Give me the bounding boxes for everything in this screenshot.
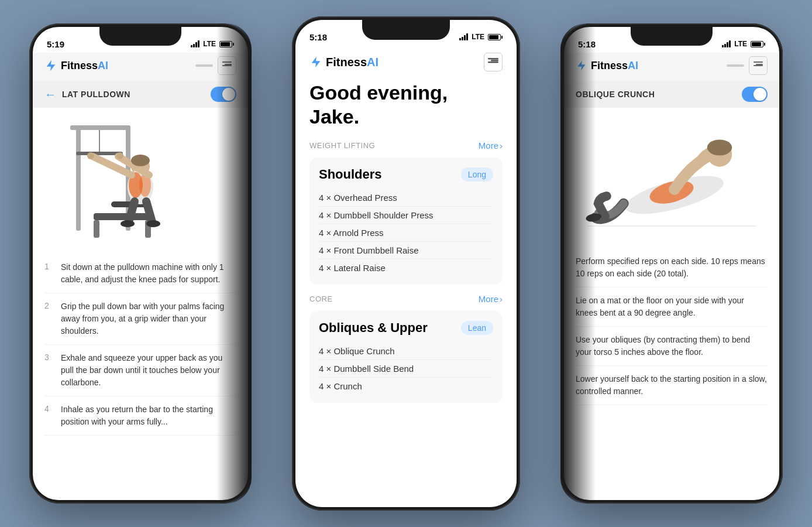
exercise-header-left-inner: ← LAT PULLDOWN	[44, 88, 130, 101]
logo-icon-right	[576, 60, 587, 71]
svg-point-24	[131, 155, 150, 166]
center-menu-icon[interactable]	[484, 53, 503, 71]
step-text-1-right: Lie on a mat or the floor on your side w…	[576, 295, 768, 319]
left-header-right	[195, 56, 236, 75]
menu-svg-right	[753, 61, 763, 70]
chevron-right-icon-2: ›	[500, 294, 503, 304]
svg-rect-0	[222, 61, 232, 63]
exercise-item-3: 4 × Front Dumbbell Raise	[319, 242, 493, 259]
shoulders-card-header: Shoulders Long	[319, 167, 493, 182]
weight-lifting-section-header: WEIGHT LIFTING More ›	[309, 141, 503, 150]
battery-body-center	[488, 34, 501, 40]
phone-center: 5:18 LTE	[292, 16, 520, 511]
exercise-header-right-inner: OBLIQUE CRUNCH	[576, 90, 655, 99]
core-card[interactable]: Obliques & Upper Lean 4 × Oblique Crunch…	[309, 311, 503, 403]
greeting-section: Good evening, Jake.	[309, 81, 503, 129]
step-num-4-left: 4	[44, 404, 54, 428]
oblique-crunch-svg	[576, 119, 768, 237]
core-label: CORE	[309, 295, 333, 303]
step-text-3-right: Lower yourself back to the starting posi…	[576, 373, 768, 398]
greeting-text: Good evening, Jake.	[309, 81, 503, 129]
step-2-left: 2 Grip the pull down bar with your palms…	[44, 293, 236, 345]
svg-rect-30	[756, 64, 763, 65]
right-menu-icon[interactable]	[749, 56, 768, 75]
step-text-2-right: Use your obliques (by contracting them) …	[576, 334, 768, 358]
core-title: Obliques & Upper	[319, 320, 428, 336]
svg-rect-8	[94, 213, 152, 220]
core-exercise-item-0: 4 × Oblique Crunch	[319, 343, 493, 360]
logo-icon-center	[309, 56, 322, 69]
step-text-3-left: Exhale and squeeze your upper back as yo…	[61, 352, 236, 389]
left-app-header: FitnessAI	[33, 53, 248, 81]
battery-tip-left	[233, 43, 234, 46]
core-exercises: 4 × Oblique Crunch 4 × Dumbbell Side Ben…	[319, 343, 493, 395]
signal-bars-left	[191, 40, 199, 47]
left-phone-content: FitnessAI	[33, 53, 248, 500]
svg-rect-29	[753, 65, 763, 66]
svg-line-21	[146, 201, 152, 222]
battery-tip-right	[764, 43, 765, 46]
phone-left: 5:19 LTE	[29, 23, 252, 504]
right-logo-text: FitnessAI	[591, 60, 638, 72]
step-0-right: Perform specified reps on each side. 10 …	[576, 248, 768, 288]
svg-line-20	[129, 201, 135, 222]
menu-svg-left	[222, 61, 232, 70]
left-logo-text: FitnessAI	[61, 60, 108, 72]
lat-pulldown-svg	[59, 119, 222, 242]
phone-right-screen: 5:18 LTE	[564, 27, 779, 500]
core-badge: Lean	[461, 321, 493, 335]
svg-rect-25	[488, 58, 498, 60]
back-arrow-left[interactable]: ←	[44, 88, 56, 101]
step-2-right: Use your obliques (by contracting them) …	[576, 327, 768, 366]
svg-point-23	[146, 220, 160, 227]
lte-label-center: LTE	[472, 33, 484, 41]
toggle-switch-left[interactable]	[211, 87, 236, 102]
svg-rect-2	[225, 64, 232, 65]
battery-fill-center	[489, 35, 498, 39]
oblique-crunch-illustration	[564, 108, 779, 248]
left-menu-icon[interactable]	[218, 56, 236, 75]
step-text-4-left: Inhale as you return the bar to the star…	[61, 403, 236, 428]
exercise-header-left: ← LAT PULLDOWN	[33, 81, 248, 108]
exercise-item-2: 4 × Arnold Press	[319, 224, 493, 242]
phone-right-notch	[631, 27, 713, 46]
svg-rect-26	[488, 61, 498, 63]
center-app-logo: FitnessAI	[309, 56, 379, 69]
weight-lifting-more[interactable]: More ›	[479, 141, 503, 150]
svg-point-18	[87, 152, 94, 159]
right-phone-content: FitnessAI	[564, 53, 779, 500]
phone-right: 5:18 LTE	[560, 23, 783, 504]
exercise-header-right: OBLIQUE CRUNCH	[564, 81, 779, 108]
right-menu-line	[727, 64, 744, 67]
step-text-0-right: Perform specified reps on each side. 10 …	[576, 255, 768, 280]
shoulders-card[interactable]: Shoulders Long 4 × Overhead Press 4 × Du…	[309, 158, 503, 285]
phone-center-notch	[362, 20, 450, 40]
step-1-left: 1 Sit down at the pulldown machine with …	[44, 254, 236, 293]
right-app-header: FitnessAI	[564, 53, 779, 81]
exercise-item-1: 4 × Dumbbell Shoulder Press	[319, 207, 493, 224]
logo-icon-left	[44, 59, 57, 72]
battery-fill-right	[752, 42, 761, 46]
step-1-right: Lie on a mat or the floor on your side w…	[576, 288, 768, 327]
oblique-steps-right: Perform specified reps on each side. 10 …	[564, 248, 779, 405]
step-text-1-left: Sit down at the pulldown machine with on…	[61, 261, 236, 286]
svg-point-19	[116, 152, 123, 159]
svg-rect-9	[94, 220, 99, 238]
step-text-2-left: Grip the pull down bar with your palms f…	[61, 300, 236, 337]
step-num-1-left: 1	[44, 262, 54, 286]
step-3-left: 3 Exhale and squeeze your upper back as …	[44, 345, 236, 396]
toggle-switch-right[interactable]	[742, 87, 768, 102]
svg-rect-27	[491, 60, 498, 61]
core-exercise-item-1: 4 × Dumbbell Side Bend	[319, 360, 493, 378]
svg-point-34	[707, 139, 732, 155]
center-phone-content: FitnessAI Good evening,	[295, 46, 517, 507]
status-icons-left: LTE	[191, 40, 234, 48]
status-time-center: 5:18	[309, 32, 327, 42]
battery-icon-left	[219, 41, 234, 47]
core-more[interactable]: More ›	[479, 294, 503, 304]
battery-fill-left	[221, 42, 230, 46]
svg-rect-28	[753, 61, 763, 63]
shoulders-title: Shoulders	[319, 167, 382, 182]
step-num-2-left: 2	[44, 301, 54, 337]
center-logo-text: FitnessAI	[326, 56, 379, 69]
